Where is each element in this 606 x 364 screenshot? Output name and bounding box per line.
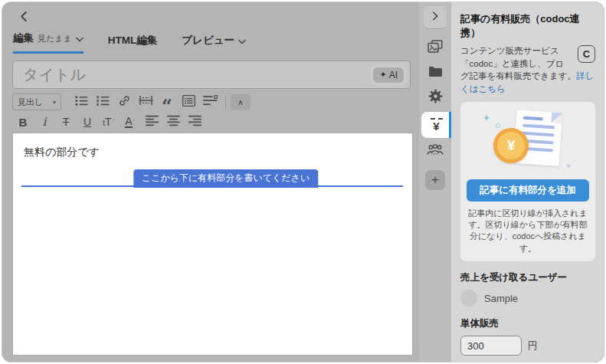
price-input[interactable] [460, 336, 522, 356]
tab-edit[interactable]: 編集 見たまま [13, 31, 84, 54]
tab-edit-mode-label: 見たまま [38, 33, 72, 44]
read-more-button[interactable] [135, 93, 156, 110]
unordered-list-button[interactable] [70, 93, 92, 110]
toolbar-block-row: 見出し ▾ [12, 93, 251, 110]
heading-style-select[interactable]: 見出し ▾ [12, 93, 61, 110]
doc-line [522, 123, 555, 129]
italic-button[interactable]: i [34, 113, 55, 130]
dropdown-caret-icon: · [113, 116, 115, 123]
toolbar-separator [225, 96, 226, 108]
add-paid-section-button[interactable]: 記事に有料部分を追加 [467, 179, 589, 202]
ai-button-label: AI [389, 70, 398, 80]
collapse-toolbar-icon: ∧ [237, 98, 243, 107]
settings-tool-button[interactable] [419, 86, 451, 109]
footnote-button[interactable] [199, 93, 221, 110]
single-sale-section-header: 単体販売 [460, 317, 595, 330]
underline-icon: U [84, 116, 91, 128]
ordered-list-button[interactable] [92, 93, 113, 110]
photos-icon [427, 40, 443, 57]
groups-tool-button[interactable] [419, 139, 451, 162]
gear-icon [428, 89, 443, 107]
seller-name: Sample [484, 293, 518, 304]
decoration-circle-icon [496, 123, 500, 128]
files-tool-button[interactable] [419, 61, 451, 84]
ai-assist-button[interactable]: ✦ AI [373, 67, 404, 83]
ordered-list-icon [97, 95, 110, 110]
unordered-list-icon [75, 95, 88, 110]
underline-button[interactable]: U [77, 113, 98, 130]
decoration-dots-icon: ⠶ [566, 162, 572, 169]
panel-description-text: コンテンツ販売サービス「codoc」と連携し、ブログ記事を有料販売できます。 [460, 46, 576, 80]
title-input[interactable] [21, 65, 373, 84]
editor-tabs: 編集 見たまま HTML編集 プレビュー [13, 31, 246, 54]
tab-html-edit-label: HTML編集 [108, 34, 158, 48]
side-tool-rail: ¥ + [419, 2, 451, 362]
panel-title: 記事の有料販売（codoc連携） [460, 12, 595, 40]
seller-row[interactable]: Sample [460, 290, 595, 307]
paid-section-divider [21, 185, 403, 187]
strikethrough-button[interactable]: T [55, 113, 77, 130]
paid-sales-illustration: + ¥ ⠶ [467, 108, 589, 175]
paid-section-card: + ¥ ⠶ 記事に有料部分を追加 記事内に区切り線が挿入されます。区切り線から下… [460, 102, 595, 262]
price-note: 指定できる価格は100円以上50,000円まで（codoc pro は100,0… [460, 360, 595, 362]
align-right-button[interactable] [184, 113, 205, 130]
toolbar-format-row: B i T U tT · A · [12, 113, 205, 130]
table-of-contents-button[interactable] [178, 93, 199, 110]
dropdown-caret-icon: · [133, 116, 136, 123]
text-color-button[interactable]: A · [120, 113, 141, 130]
heading-select-label: 見出し [18, 97, 43, 108]
refresh-button[interactable]: C [578, 45, 595, 63]
link-icon [118, 94, 131, 110]
people-icon [427, 143, 444, 159]
chevron-down-icon [76, 33, 84, 44]
align-center-button[interactable] [162, 113, 184, 130]
font-size-icon: tT [103, 116, 111, 128]
seller-section-header: 売上を受け取るユーザー [460, 271, 595, 284]
price-unit-label: 円 [528, 339, 538, 353]
collapse-panel-button[interactable] [424, 6, 447, 29]
bold-icon: B [19, 116, 28, 129]
read-more-icon [139, 95, 153, 109]
align-left-button[interactable] [141, 113, 162, 130]
footnote-icon [203, 95, 218, 109]
tab-edit-label: 編集 [13, 31, 34, 45]
folder-icon [428, 66, 443, 80]
editor-content[interactable]: 無料の部分です ここから下に有料部分を書いてください [13, 133, 412, 355]
seller-avatar [460, 290, 477, 307]
sparkle-icon: ✦ [379, 70, 386, 80]
align-left-icon [146, 115, 159, 130]
panel-description: コンテンツ販売サービス「codoc」と連携し、ブログ記事を有料販売できます。詳し… [460, 44, 595, 96]
title-field: ✦ AI [12, 61, 411, 89]
align-center-icon [167, 115, 180, 130]
add-tool-button[interactable]: + [425, 170, 445, 190]
blockquote-button[interactable]: “ [156, 93, 178, 110]
tab-preview-label: プレビュー [182, 34, 234, 48]
table-of-contents-icon [182, 95, 195, 110]
photos-tool-button[interactable] [419, 37, 451, 60]
yen-icon: ¥ [433, 120, 439, 132]
blockquote-icon: “ [162, 103, 172, 110]
editor-window: 編集 見たまま HTML編集 プレビュー ✦ AI [2, 2, 604, 362]
tab-preview[interactable]: プレビュー [182, 34, 246, 54]
main-editor-area: 編集 見たまま HTML編集 プレビュー ✦ AI [2, 2, 419, 362]
paid-sales-tool-button[interactable]: ¥ [421, 112, 451, 138]
yen-coin-illustration: ¥ [493, 128, 529, 163]
tab-html-edit[interactable]: HTML編集 [108, 34, 158, 54]
font-size-button[interactable]: tT · [98, 113, 120, 130]
link-button[interactable] [113, 93, 135, 110]
bold-button[interactable]: B [12, 113, 34, 130]
card-note: 記事内に区切り線が挿入されます。区切り線から下部が有料部分になり、codocへ投… [468, 208, 588, 255]
chevron-down-icon [238, 35, 246, 47]
page-fold [551, 112, 562, 123]
dropdown-caret-icon: ▾ [53, 99, 56, 106]
doc-line [522, 131, 554, 136]
italic-icon: i [43, 115, 47, 129]
paid-sales-panel: 記事の有料販売（codoc連携） C コンテンツ販売サービス「codoc」と連携… [451, 2, 604, 362]
back-button[interactable] [15, 9, 32, 26]
collapse-toolbar-button[interactable]: ∧ [231, 94, 251, 110]
align-right-icon [188, 115, 201, 130]
plus-icon: + [431, 172, 439, 188]
chevron-left-icon [18, 10, 31, 26]
text-color-icon: A [125, 116, 132, 129]
decoration-plus-icon: + [483, 113, 489, 123]
